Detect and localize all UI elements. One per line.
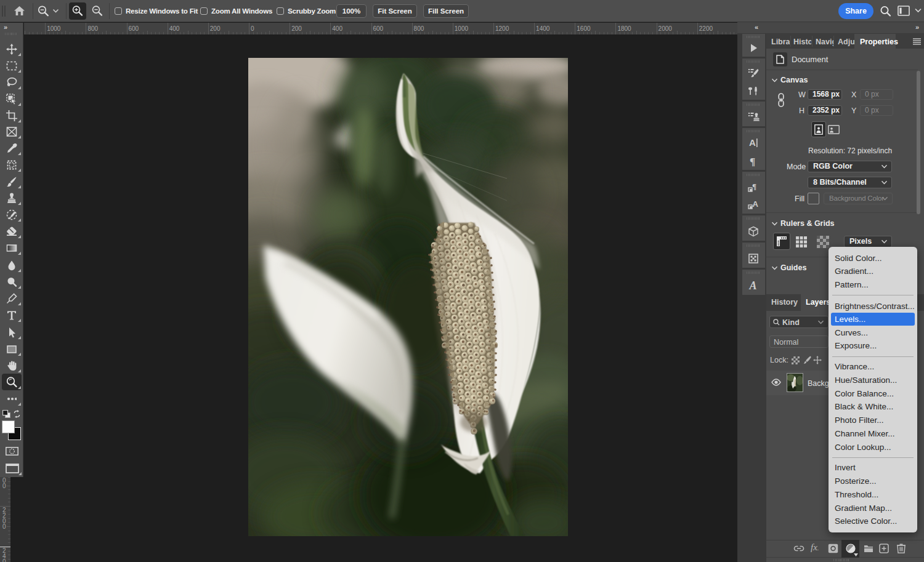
svg-text:¶: ¶ [752, 182, 756, 191]
svg-text:A: A [749, 137, 756, 148]
svg-text:¶: ¶ [750, 156, 755, 167]
svg-text:A: A [753, 199, 759, 209]
svg-text:A: A [749, 279, 757, 292]
